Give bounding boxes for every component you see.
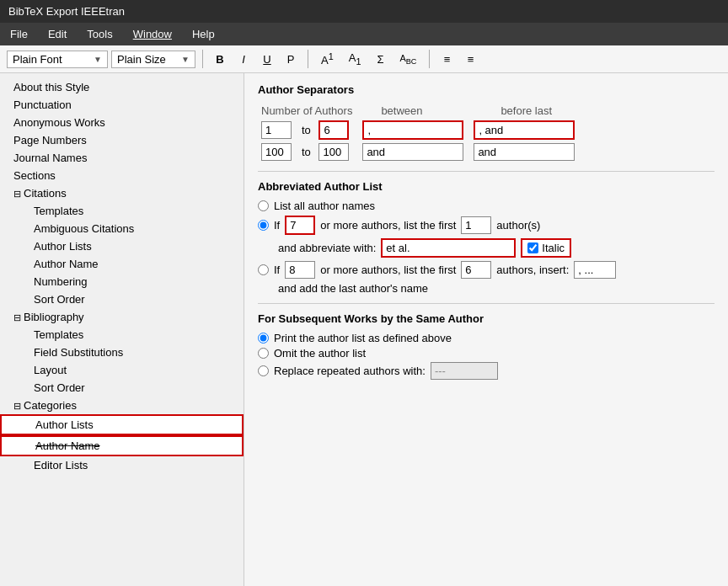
sidebar-item-journalnames[interactable]: Journal Names bbox=[0, 149, 244, 167]
sigma-button[interactable]: Σ bbox=[370, 51, 390, 68]
sidebar-item-layout[interactable]: Layout bbox=[0, 361, 244, 379]
title-bar: BibTeX Export IEEEtran bbox=[0, 0, 728, 23]
font-size-arrow: ▼ bbox=[181, 55, 190, 64]
beforelast-input-row1[interactable] bbox=[474, 120, 575, 140]
if-value-2[interactable] bbox=[285, 261, 315, 279]
replace-value-input[interactable] bbox=[431, 362, 498, 380]
subscript-button[interactable]: A1 bbox=[343, 49, 367, 69]
italic-label: Italic bbox=[542, 242, 565, 254]
menu-tools[interactable]: Tools bbox=[83, 26, 115, 42]
sidebar: About this Style Punctuation Anonymous W… bbox=[0, 73, 244, 586]
font-size-select[interactable]: Plain Size ▼ bbox=[111, 51, 195, 68]
sidebar-item-sort-order-citations[interactable]: Sort Order bbox=[0, 290, 244, 308]
divider-1 bbox=[258, 171, 715, 172]
if-radio-1[interactable] bbox=[258, 220, 269, 231]
authors-label-1: author(s) bbox=[496, 219, 540, 232]
subsequent-title: For Subsequent Works by the Same Author bbox=[258, 312, 715, 325]
omit-list-radio-row: Omit the author list bbox=[258, 347, 715, 360]
row2-beforelast-cell bbox=[467, 141, 578, 162]
between-input-row2[interactable] bbox=[362, 143, 463, 161]
from-input-row2[interactable] bbox=[261, 143, 292, 161]
abbreviated-author-list-section: Abbreviated Author List List all author … bbox=[258, 180, 715, 295]
main-layout: About this Style Punctuation Anonymous W… bbox=[0, 73, 728, 586]
align-left-button[interactable]: ≡ bbox=[436, 51, 457, 68]
sidebar-item-author-name-citations[interactable]: Author Name bbox=[0, 255, 244, 273]
if-value-1[interactable] bbox=[285, 216, 315, 235]
sidebar-item-bib-templates[interactable]: Templates bbox=[0, 326, 244, 344]
superscript-button[interactable]: A1 bbox=[315, 49, 340, 69]
row2-to-val bbox=[315, 141, 356, 162]
align-right-button[interactable]: ≡ bbox=[460, 51, 480, 68]
sidebar-item-ambiguous[interactable]: Ambiguous Citations bbox=[0, 220, 244, 237]
sidebar-item-author-lists-cat[interactable]: Author Lists bbox=[0, 414, 244, 435]
if-count-1[interactable] bbox=[461, 216, 491, 234]
abbreviate-label: and abbreviate with: bbox=[278, 242, 376, 254]
bold-button[interactable]: B bbox=[210, 51, 230, 68]
col-before-last: before last bbox=[467, 103, 578, 119]
sidebar-list: About this Style Punctuation Anonymous W… bbox=[0, 77, 244, 476]
from-input-row1[interactable] bbox=[261, 121, 292, 139]
between-input-row1[interactable] bbox=[362, 120, 463, 140]
insert-value[interactable] bbox=[574, 261, 616, 279]
sidebar-item-punctuation[interactable]: Punctuation bbox=[0, 96, 244, 114]
font-name-label: Plain Font bbox=[13, 53, 62, 66]
toolbar-separator-2 bbox=[308, 50, 308, 68]
italic-button[interactable]: I bbox=[233, 51, 254, 68]
sidebar-item-categories[interactable]: Categories bbox=[0, 397, 244, 414]
sidebar-item-about[interactable]: About this Style bbox=[0, 78, 244, 96]
subsequent-works-section: For Subsequent Works by the Same Author … bbox=[258, 312, 715, 380]
italic-checkbox-label[interactable]: Italic bbox=[521, 238, 571, 258]
if-label-2: If bbox=[274, 264, 280, 276]
row1-beforelast-cell bbox=[467, 119, 578, 141]
content-panel: Author Separators Number of Authors betw… bbox=[244, 73, 728, 586]
col-between: between bbox=[356, 103, 467, 119]
author-separators-title: Author Separators bbox=[258, 83, 715, 96]
list-all-radio-row: List all author names bbox=[258, 200, 715, 212]
p-button[interactable]: P bbox=[281, 51, 301, 68]
sidebar-item-bibliography[interactable]: Bibliography bbox=[0, 308, 244, 326]
abc-button[interactable]: ABC bbox=[393, 51, 422, 68]
menu-edit[interactable]: Edit bbox=[45, 26, 70, 42]
row2-between-cell bbox=[356, 141, 467, 162]
print-list-radio[interactable] bbox=[258, 333, 269, 344]
sidebar-item-author-name-cat[interactable]: Author Name bbox=[0, 435, 244, 456]
font-name-arrow: ▼ bbox=[94, 55, 102, 64]
sidebar-item-field-subs[interactable]: Field Substitutions bbox=[0, 344, 244, 361]
omit-list-label: Omit the author list bbox=[274, 347, 366, 360]
beforelast-input-row2[interactable] bbox=[474, 143, 575, 161]
sidebar-item-citations[interactable]: Citations bbox=[0, 184, 244, 202]
font-name-select[interactable]: Plain Font ▼ bbox=[7, 51, 108, 68]
sidebar-item-anonymous[interactable]: Anonymous Works bbox=[0, 114, 244, 131]
menu-window[interactable]: Window bbox=[130, 26, 175, 42]
if-radio-row-1: If or more authors, list the first autho… bbox=[258, 216, 715, 235]
sidebar-item-sections[interactable]: Sections bbox=[0, 167, 244, 184]
if-count-2[interactable] bbox=[461, 261, 491, 279]
if-label-1: If bbox=[274, 219, 280, 232]
sidebar-item-pagenumbers[interactable]: Page Numbers bbox=[0, 131, 244, 149]
to-input-row1[interactable] bbox=[318, 120, 349, 140]
sidebar-item-sort-order-bib[interactable]: Sort Order bbox=[0, 379, 244, 397]
replace-authors-row: Replace repeated authors with: bbox=[258, 362, 715, 380]
sidebar-item-numbering[interactable]: Numbering bbox=[0, 273, 244, 290]
underline-button[interactable]: U bbox=[257, 51, 277, 68]
list-all-radio[interactable] bbox=[258, 200, 269, 211]
row1-between-cell bbox=[356, 119, 467, 141]
sidebar-item-author-lists-citations[interactable]: Author Lists bbox=[0, 237, 244, 255]
omit-list-radio[interactable] bbox=[258, 348, 269, 359]
sidebar-item-editor-lists[interactable]: Editor Lists bbox=[0, 456, 244, 474]
toolbar: Plain Font ▼ Plain Size ▼ B I U P A1 A1 … bbox=[0, 45, 728, 73]
sidebar-item-citations-templates[interactable]: Templates bbox=[0, 202, 244, 220]
menu-help[interactable]: Help bbox=[189, 26, 218, 42]
or-more-label-2: or more authors, list the first bbox=[320, 264, 456, 276]
to-input-row2[interactable] bbox=[318, 143, 349, 161]
if-radio-2[interactable] bbox=[258, 264, 269, 275]
font-size-label: Plain Size bbox=[117, 53, 166, 66]
abbreviate-value[interactable] bbox=[381, 238, 516, 258]
author-separators-table: Number of Authors between before last to bbox=[258, 103, 578, 162]
replace-authors-radio[interactable] bbox=[258, 365, 269, 376]
authors-insert-label: authors, insert: bbox=[496, 264, 569, 276]
list-all-label: List all author names bbox=[274, 200, 375, 212]
print-list-label: Print the author list as defined above bbox=[274, 332, 452, 344]
menu-file[interactable]: File bbox=[7, 26, 31, 42]
italic-checkbox[interactable] bbox=[527, 242, 538, 253]
